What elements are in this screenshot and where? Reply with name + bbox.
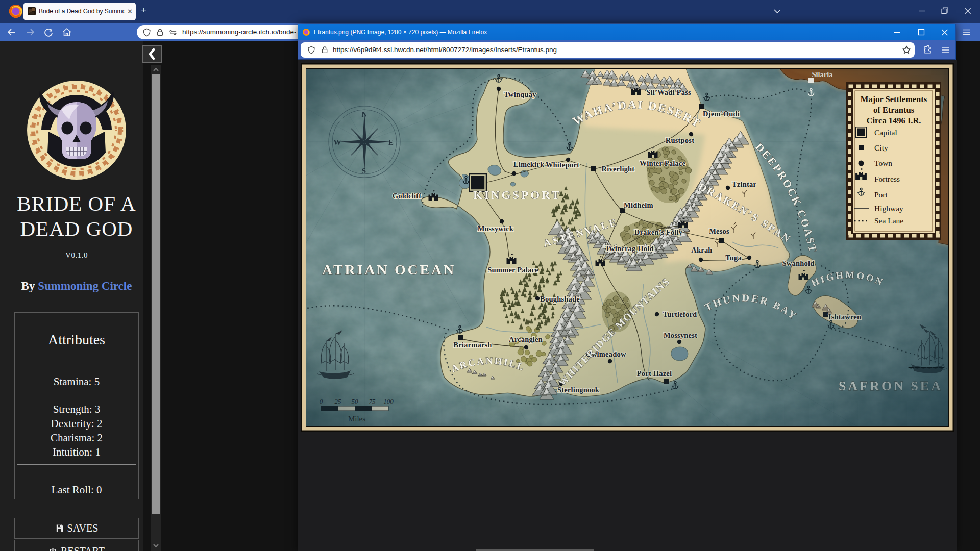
svg-text:of Etrantus: of Etrantus	[873, 105, 915, 115]
svg-text:Major Settlements: Major Settlements	[861, 94, 927, 104]
svg-text:Sea Lane: Sea Lane	[874, 216, 903, 225]
svg-text:Fortress: Fortress	[874, 174, 900, 183]
svg-text:Capital: Capital	[874, 128, 897, 137]
svg-text:Port: Port	[874, 190, 888, 199]
svg-text:Highway: Highway	[874, 204, 903, 213]
svg-text:City: City	[874, 143, 888, 152]
svg-text:Town: Town	[874, 159, 892, 167]
svg-text:Circa 1496 I.R.: Circa 1496 I.R.	[867, 116, 921, 126]
